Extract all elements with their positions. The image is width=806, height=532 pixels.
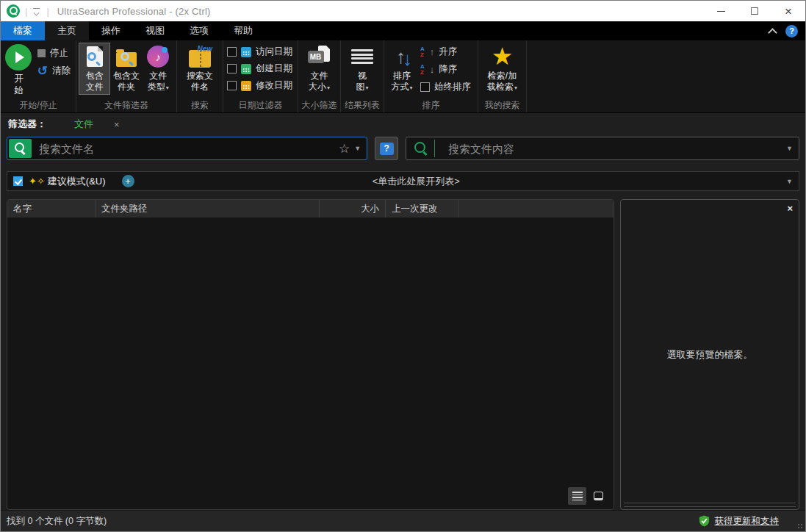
maximize-icon	[751, 7, 758, 15]
results-body[interactable]	[7, 218, 614, 509]
divider	[434, 140, 435, 157]
az-descending-icon: AZ	[420, 64, 425, 76]
group-label-result-list: 结果列表	[343, 100, 381, 112]
minimize-icon	[717, 11, 725, 12]
column-header-modified[interactable]: 上一次更改	[386, 200, 458, 218]
dropdown-caret-icon: ▾	[409, 85, 412, 91]
maximize-button[interactable]	[738, 1, 771, 21]
suggestion-bar: ✦✧ 建议模式(&U) + <单击此处展开列表> ▼	[7, 171, 799, 191]
tab-view[interactable]: 视图	[133, 21, 177, 40]
always-sort-checkbox[interactable]	[420, 82, 430, 92]
sort-ascending-button[interactable]: AZ↑ 升序	[420, 46, 471, 58]
group-my-search: ★ 检索/加 载检索▾ 我的搜索	[478, 40, 527, 112]
preview-placeholder-text: 選取要預覽的檔案。	[667, 348, 753, 362]
filename-search-input[interactable]	[32, 143, 339, 155]
favorite-star-icon[interactable]: ☆	[339, 141, 350, 157]
minimize-button[interactable]	[704, 1, 738, 21]
create-date-checkbox[interactable]	[227, 64, 237, 73]
play-icon	[5, 44, 32, 71]
stop-button[interactable]: 停止	[37, 47, 71, 60]
resize-grip[interactable]	[797, 523, 803, 529]
result-count-text: 找到 0 个文件 (0 字节数)	[7, 515, 107, 528]
collapse-ribbon-icon[interactable]	[769, 29, 777, 33]
file-types-button[interactable]: ♪ 文件 类型▾	[143, 43, 174, 95]
column-header-path[interactable]: 文件夹路径	[96, 200, 320, 218]
sort-descending-button[interactable]: AZ↓ 降序	[420, 63, 471, 76]
az-ascending-icon: AZ	[420, 46, 425, 58]
document-magnifier-icon	[83, 45, 107, 68]
suggestion-mode-checkbox[interactable]	[13, 176, 23, 186]
sparkles-icon: ✦✧	[29, 176, 45, 187]
column-header-name[interactable]: 名字	[7, 200, 96, 218]
up-down-arrows-icon: ↑↓	[390, 45, 414, 68]
search-icon[interactable]	[9, 139, 32, 158]
clear-button[interactable]: ↺ 清除	[37, 65, 71, 77]
view-button[interactable]: 视 图▾	[346, 43, 379, 95]
calendar-icon	[241, 81, 251, 91]
tab-help[interactable]: 帮助	[221, 21, 265, 40]
status-bar-right: 获得更新和支持	[699, 515, 780, 528]
mb-document-icon: MB	[308, 45, 331, 68]
start-button[interactable]: 开 始	[3, 43, 35, 97]
dropdown-caret-icon[interactable]: ▼	[786, 145, 793, 152]
dropdown-caret-icon: ▾	[514, 85, 517, 91]
tab-options[interactable]: 选项	[177, 21, 221, 40]
group-label-search: 搜索	[179, 100, 220, 112]
group-search: New 搜索文 件名 搜索	[177, 40, 223, 112]
search-row: ☆ ▼ ? ▼	[1, 135, 805, 162]
close-button[interactable]: ×	[771, 1, 805, 21]
filter-close-icon[interactable]: ×	[114, 119, 120, 130]
create-date-row: 创建日期	[227, 62, 292, 75]
list-view-icon	[572, 492, 583, 500]
help-icon[interactable]: ?	[785, 25, 798, 37]
quick-access-toolbar-chevron-icon[interactable]	[32, 7, 41, 15]
close-icon: ×	[785, 5, 792, 18]
load-search-button[interactable]: ★ 检索/加 载检索▾	[481, 43, 524, 95]
undo-icon: ↺	[37, 67, 48, 75]
updates-support-link[interactable]: 获得更新和支持	[715, 515, 780, 528]
filename-search-box: ☆ ▼	[7, 137, 367, 160]
expand-list-hint[interactable]: <单击此处展开列表>	[90, 175, 743, 188]
group-file-filters: 包含 文件 包含文 件夹 ♪ 文件 类型▾ 文件筛选器	[76, 40, 177, 112]
preview-close-icon[interactable]: ×	[787, 204, 793, 213]
sort-by-button[interactable]: ↑↓ 排序 方式▾	[386, 43, 417, 95]
results-list: 名字 文件夹路径 大小 上一次更改	[7, 199, 614, 510]
preview-horizontal-scrollbar[interactable]	[624, 503, 796, 507]
group-label-size-filter: 大小筛选	[301, 100, 338, 112]
tab-actions[interactable]: 操作	[89, 21, 133, 40]
dropdown-caret-icon[interactable]: ▼	[354, 145, 361, 152]
include-files-button[interactable]: 包含 文件	[79, 43, 110, 95]
preview-pane-toggle[interactable]	[589, 487, 608, 505]
stop-icon	[37, 49, 46, 57]
main-area: 名字 文件夹路径 大小 上一次更改 × 選取要預覽的檔案。	[1, 191, 805, 510]
column-header-size[interactable]: 大小	[320, 200, 386, 218]
dropdown-caret-icon[interactable]: ▼	[786, 178, 793, 185]
filter-bar-label: 筛选器：	[8, 118, 46, 131]
include-folders-button[interactable]: 包含文 件夹	[110, 43, 142, 95]
ribbon: 开 始 停止 ↺ 清除 开始/停止	[1, 40, 805, 113]
tab-home[interactable]: 主页	[45, 21, 89, 40]
access-date-checkbox[interactable]	[227, 47, 237, 57]
calendar-icon	[241, 64, 251, 74]
preview-panel: × 選取要預覽的檔案。	[620, 199, 799, 510]
zip-new-icon: New	[188, 45, 212, 68]
question-bubble-icon: ?	[380, 143, 394, 155]
list-lines-icon	[350, 45, 374, 68]
filter-tab-files[interactable]: 文件	[74, 118, 93, 131]
dropdown-caret-icon: ▾	[166, 85, 169, 91]
ribbon-tab-bar: 檔案 主页 操作 视图 选项 帮助 ?	[1, 21, 805, 40]
search-icon	[414, 141, 428, 156]
calendar-icon	[241, 47, 251, 57]
regex-help-button[interactable]: ?	[375, 137, 398, 160]
group-start-stop: 开 始 停止 ↺ 清除 开始/停止	[1, 40, 76, 112]
search-filenames-button[interactable]: New 搜索文 件名	[181, 43, 219, 95]
modify-date-checkbox[interactable]	[227, 81, 237, 90]
app-icon	[7, 4, 20, 18]
group-label-sort: 排序	[386, 100, 475, 112]
content-search-input[interactable]	[441, 143, 786, 155]
tab-bar-right: ?	[769, 21, 805, 40]
tab-file[interactable]: 檔案	[1, 21, 45, 40]
group-size-filter: MB 文件 大小▾ 大小筛选	[298, 40, 341, 112]
list-view-toggle[interactable]	[568, 487, 586, 505]
file-size-button[interactable]: MB 文件 大小▾	[303, 43, 336, 95]
